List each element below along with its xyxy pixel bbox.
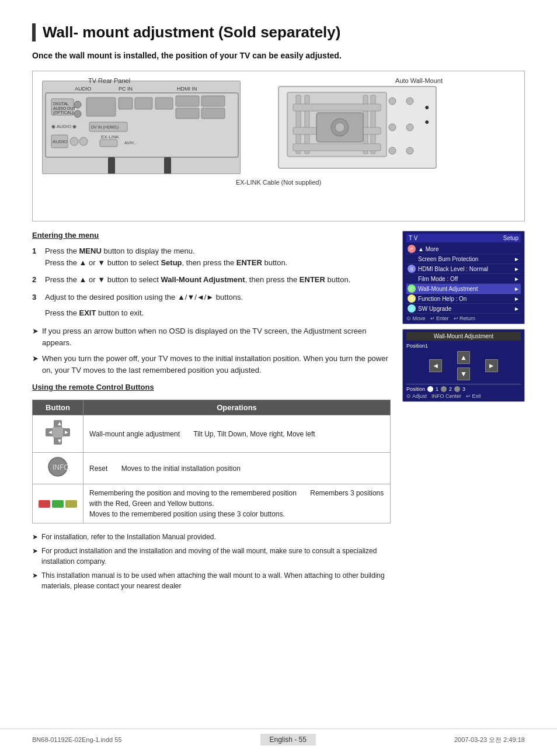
input-icon: I <box>408 304 416 313</box>
svg-point-44 <box>406 147 413 154</box>
svg-text:AV/H...: AV/H... <box>124 141 137 145</box>
svg-text:PC IN: PC IN <box>119 86 133 92</box>
cable-label: EX-LINK Cable (Not supplied) <box>42 179 515 186</box>
dpad-button-cell: ▲ ▼ ◄ ► <box>33 415 83 453</box>
arrow-sym-1: ➤ <box>32 325 39 348</box>
svg-text:◉ AUDIO ◉: ◉ AUDIO ◉ <box>51 124 76 129</box>
control-table: Button Operations <box>32 400 391 523</box>
left-content: Entering the menu 1 Press the MENU butto… <box>32 231 391 595</box>
svg-text:DV IN (HDMI1): DV IN (HDMI1) <box>91 125 119 130</box>
step-2: 2 Press the ▲ or ▼ button to select Wall… <box>32 274 391 286</box>
dpad-func: Wall-mount angle adjustment <box>89 430 180 438</box>
svg-text:◄: ◄ <box>47 429 53 435</box>
color-button-cell <box>33 484 83 523</box>
svg-rect-26 <box>100 140 117 147</box>
arrow-text-1: If you press an arrow button when no OSD… <box>42 325 391 348</box>
wm-footer: ⊙ Adjust INFO Center ↩ Exit <box>406 392 521 399</box>
note-arrow-3: ➤ <box>32 570 38 591</box>
note-text-3: This installation manual is to be used w… <box>41 570 391 591</box>
tv-setup-menu-panel: T V Setup P ▲ More Screen Burn Protectio… <box>402 231 525 324</box>
note-2: ➤ For product installation and the insta… <box>32 546 391 567</box>
menu-funchelp-arrow: ► <box>514 296 520 302</box>
table-row-dpad: ▲ ▼ ◄ ► Wall-mount angle adjustment Tilt… <box>33 415 391 453</box>
menu-hdmi-arrow: ► <box>514 266 520 272</box>
wm-up-arrow[interactable]: ▲ <box>457 351 470 364</box>
menu-wallmount-arrow: ► <box>514 286 520 292</box>
note-3: ➤ This installation manual is to be used… <box>32 570 391 591</box>
wm-left-arrow[interactable]: ◄ <box>429 359 442 372</box>
table-row-color: Remembering the position and moving to t… <box>33 484 391 523</box>
spacer-icon2 <box>408 275 416 283</box>
svg-text:EX-LINK: EX-LINK <box>101 134 120 140</box>
reset-button-cell: INFO <box>33 453 83 484</box>
svg-text:●: ● <box>424 117 429 126</box>
page-footer: BN68-01192E-02Eng-1.indd 55 English - 55… <box>0 729 557 745</box>
svg-point-8 <box>74 101 81 108</box>
step-3-num: 3 <box>32 292 40 303</box>
tv-menu-footer: ⊙ Move ↵ Enter ↩ Return <box>406 314 521 321</box>
note-arrow-1: ➤ <box>32 532 38 542</box>
wm-position-bar: Position 1 2 3 <box>406 384 521 392</box>
wm-center-label: INFO Center <box>431 393 461 399</box>
wm-down-arrow[interactable]: ▼ <box>457 367 470 380</box>
note-arrow-2: ➤ <box>32 546 38 567</box>
note-1: ➤ For installation, refer to the Install… <box>32 532 391 542</box>
menu-row-burnprotect: Screen Burn Protection ► <box>406 254 521 264</box>
svg-point-42 <box>406 124 413 131</box>
svg-point-41 <box>389 124 396 131</box>
setup-icon1: S <box>408 294 416 303</box>
reset-icon: INFO <box>47 456 68 477</box>
wm-adjust-label: ⊙ Adjust <box>406 393 427 399</box>
menu-row-swupgrade: I SW Upgrade ► <box>406 304 521 314</box>
table-row-reset: INFO Reset Moves to the initial installa… <box>33 453 391 484</box>
step-1-text: Press the MENU button to display the men… <box>45 245 391 268</box>
menu-funchelp-label: Function Help : On <box>418 296 467 302</box>
step-1-num: 1 <box>32 245 40 268</box>
channel-icon: C <box>408 285 416 293</box>
subtitle: Once the wall mount is installed, the po… <box>32 51 525 60</box>
spacer-icon <box>408 255 416 263</box>
wm-position-label: Position1 <box>406 343 521 349</box>
reset-ops: Moves to the initial installation positi… <box>110 464 241 473</box>
menu-burnprotect-arrow: ► <box>514 256 520 262</box>
svg-rect-13 <box>155 98 173 109</box>
menu-swupgrade-label: SW Upgrade <box>418 306 451 312</box>
footer-enter: ↵ Enter <box>430 315 449 321</box>
tv-menu-title-left: T V <box>409 235 417 241</box>
tv-rear-panel-svg: AUDIO PC IN HDMI IN DIGITAL AUDIO OUT (O… <box>42 81 241 174</box>
menu-hdmi-label: HDMI Black Level : Normal <box>418 266 488 272</box>
pos-dot-2 <box>441 386 447 392</box>
tv-rear-panel-label: TV Rear Panel <box>88 77 130 84</box>
step-1: 1 Press the MENU button to display the m… <box>32 245 391 268</box>
svg-text:AUDIO: AUDIO <box>75 86 92 92</box>
footer-right: 2007-03-23 오전 2:49:18 <box>454 736 525 744</box>
reset-func: Reset <box>89 464 107 473</box>
svg-text:►: ► <box>64 429 69 435</box>
svg-text:●: ● <box>424 102 429 112</box>
auto-wall-mount-label: Auto Wall-Mount <box>395 77 443 84</box>
col-button: Button <box>33 400 83 415</box>
svg-rect-17 <box>201 108 225 119</box>
svg-point-40 <box>406 98 413 105</box>
menu-swupgrade-arrow: ► <box>514 306 520 312</box>
color-buttons <box>39 500 77 508</box>
title-bar: Wall- mount adjustment (Sold separately) <box>32 23 525 41</box>
svg-point-47 <box>335 123 344 132</box>
diagram-box: TV Rear Panel Auto Wall-Mount AUDIO PC I… <box>32 71 525 221</box>
wm-arrows-container: ▲ ◄ ► ▼ <box>406 351 521 380</box>
svg-rect-29 <box>164 157 171 174</box>
step-3-note: Press the EXIT button to exit. <box>45 308 391 317</box>
menu-row-hdmi: S HDMI Black Level : Normal ► <box>406 264 521 274</box>
wm-right-arrow[interactable]: ► <box>485 359 498 372</box>
arrow-sym-2: ➤ <box>32 353 39 376</box>
color-row-content: Remembering the position and moving to t… <box>83 484 391 523</box>
dpad-row-content: Wall-mount angle adjustment Tilt Up, Til… <box>83 415 391 453</box>
svg-rect-12 <box>135 98 152 109</box>
svg-text:AUDIO OUT: AUDIO OUT <box>53 106 76 110</box>
svg-rect-16 <box>201 96 225 106</box>
entering-menu-heading: Entering the menu <box>32 231 391 240</box>
step-3: 3 Adjust to the desired position using t… <box>32 292 391 303</box>
svg-text:AUDIO: AUDIO <box>53 139 67 144</box>
svg-text:▲: ▲ <box>57 420 62 426</box>
svg-text:(OPTICAL): (OPTICAL) <box>53 110 74 115</box>
